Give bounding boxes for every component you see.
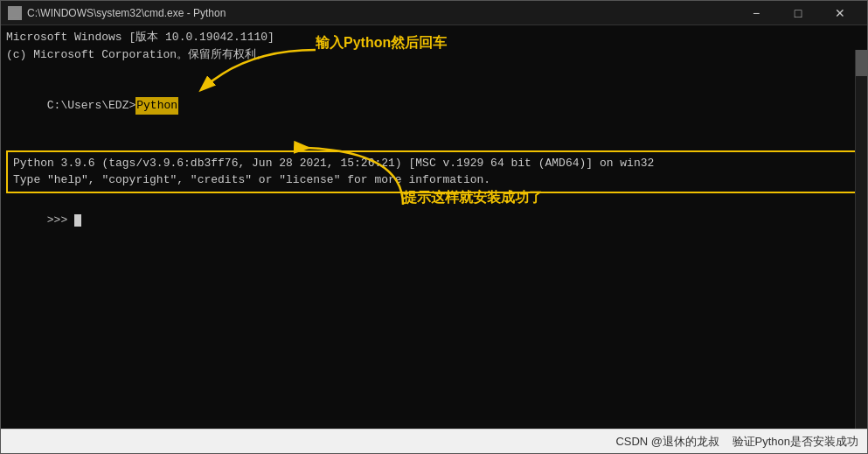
minimize-button[interactable]: − (736, 1, 776, 25)
window-icon (8, 6, 22, 20)
terminal-line-4: C:\Users\EDZ>Python (6, 80, 862, 132)
terminal-line-5 (6, 131, 862, 149)
terminal-prompt-line: >>> (6, 195, 862, 247)
cmd-window: C:\WINDOWS\system32\cmd.exe - Python − □… (0, 0, 868, 454)
python-output-box: Python 3.9.6 (tags/v3.9.6:db3ff76, Jun 2… (6, 150, 862, 193)
terminal-line-3 (6, 63, 862, 80)
credit-text: CSDN @退休的龙叔 (615, 435, 719, 448)
maximize-button[interactable]: □ (778, 1, 818, 25)
terminal-body[interactable]: Microsoft Windows [版本 10.0.19042.1110] (… (1, 25, 867, 453)
repl-prompt: >>> (47, 213, 74, 227)
bottom-bar: CSDN @退休的龙叔 验证Python是否安装成功 (1, 429, 867, 453)
python-version-line: Python 3.9.6 (tags/v3.9.6:db3ff76, Jun 2… (13, 155, 855, 172)
close-button[interactable]: ✕ (820, 1, 860, 25)
cursor-blink (74, 214, 81, 227)
sub-text: 验证Python是否安装成功 (733, 435, 858, 448)
terminal-line-1: Microsoft Windows [版本 10.0.19042.1110] (6, 29, 862, 46)
title-bar-text: C:\WINDOWS\system32\cmd.exe - Python (27, 7, 736, 19)
terminal-line-2: (c) Microsoft Corporation。保留所有权利。 (6, 46, 862, 64)
svg-rect-1 (11, 10, 15, 13)
python-type-line: Type "help", "copyright", "credits" or "… (13, 171, 855, 189)
bottom-bar-credit: CSDN @退休的龙叔 验证Python是否安装成功 (615, 434, 858, 450)
title-bar: C:\WINDOWS\system32\cmd.exe - Python − □… (1, 1, 867, 25)
prompt-text: C:\Users\EDZ> (47, 99, 135, 112)
highlighted-input: Python (135, 97, 178, 115)
scrollbar-thumb[interactable] (856, 50, 867, 76)
scrollbar[interactable] (855, 50, 867, 453)
title-bar-controls: − □ ✕ (736, 1, 860, 25)
